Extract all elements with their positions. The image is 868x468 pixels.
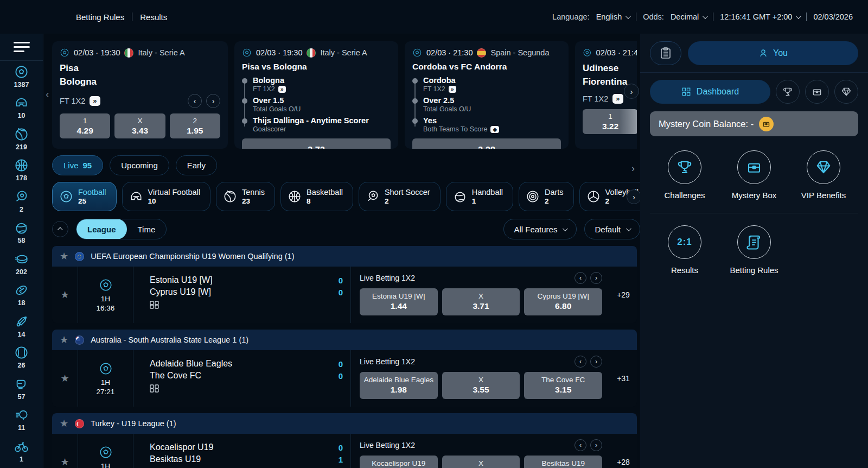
odds-button-away[interactable]: The Cove FC3.15 — [524, 372, 602, 399]
shortcut-mystery-box[interactable]: Mystery Box — [719, 150, 789, 200]
tab-challenges[interactable] — [776, 80, 800, 104]
language-select[interactable]: English — [596, 12, 630, 21]
sidebar-item-cycling[interactable]: 1 — [0, 435, 43, 467]
sport-tab-virtual-football[interactable]: Virtual Football10 — [122, 182, 210, 211]
tab-mystery-box[interactable] — [805, 80, 829, 104]
sports-scroll-right-button[interactable]: › — [627, 189, 640, 204]
league-header-uefa-u19w[interactable]: ★ UEFA European Championship U19 Women Q… — [52, 246, 637, 267]
betbuilder-odds-button[interactable]: 3.73 — [242, 138, 391, 149]
teams-cell[interactable]: Adelaide Blue Eagles0 The Cove FC0 — [133, 350, 350, 407]
odds-button-away[interactable]: 2 1.95 — [170, 113, 220, 138]
more-markets-link[interactable]: +28 — [610, 434, 637, 468]
sport-tab-tennis[interactable]: Tennis23 — [216, 182, 275, 211]
star-icon[interactable]: ★ — [60, 456, 69, 468]
darts-icon — [526, 189, 540, 204]
next-market-button[interactable]: › — [590, 272, 602, 284]
sidebar-item-baseball[interactable]: 26 — [0, 342, 43, 374]
odds-format-select[interactable]: Decimal — [671, 12, 706, 21]
next-market-button[interactable]: › — [590, 356, 602, 368]
next-market-button[interactable]: › — [206, 94, 220, 108]
more-markets-link[interactable]: +31 — [610, 350, 637, 407]
shortcut-results[interactable]: 2:1 Results — [650, 225, 719, 275]
odds-button-home[interactable]: 1 4.29 — [60, 113, 110, 138]
next-market-button[interactable]: › — [590, 439, 602, 451]
betting-rules-link[interactable]: Betting Rules — [76, 12, 124, 22]
timezone-select[interactable]: 12:16:41 GMT +2:00 — [720, 12, 800, 21]
filter-upcoming[interactable]: Upcoming — [110, 155, 169, 175]
shortcut-vip-benefits[interactable]: VIP Benefits — [789, 150, 858, 200]
more-markets-link[interactable]: +29 — [610, 267, 637, 323]
you-button[interactable]: You — [688, 41, 858, 65]
match-row-kocaelispor-besiktas[interactable]: ★ 1H 17:20 Kocaelispor U190 Besiktas U19… — [52, 434, 637, 468]
sport-tab-short-soccer[interactable]: Short Soccer2 — [359, 182, 441, 211]
odds-button-home[interactable]: Kocaelispor U195.60 — [360, 456, 438, 468]
tab-dashboard[interactable]: Dashboard — [650, 80, 770, 104]
odds-button-home[interactable]: 1 3.22 — [583, 109, 637, 134]
teams-cell[interactable]: Estonia U19 [W]0 Cyprus U19 [W]0 — [133, 267, 350, 323]
sidebar-item-tennis[interactable]: 219 — [0, 123, 43, 155]
odds-button-draw[interactable]: X 3.43 — [114, 113, 165, 138]
star-icon[interactable]: ★ — [60, 250, 68, 262]
prev-market-button[interactable]: ‹ — [575, 272, 586, 284]
sidebar-item-rugby[interactable]: 18 — [0, 280, 43, 311]
odds-button-draw[interactable]: X4.34 — [442, 456, 520, 468]
stats-icon[interactable] — [150, 384, 159, 393]
star-icon[interactable]: ★ — [60, 289, 69, 301]
star-icon[interactable]: ★ — [60, 334, 68, 346]
featured-card-pisa-bologna[interactable]: 02/03 · 19:30 Italy - Serie A Pisa Bolog… — [52, 41, 228, 149]
featured-betbuilder-cordoba-andorra[interactable]: 02/03 · 21:30 Spain - Segunda Cordoba vs… — [405, 41, 569, 149]
sidebar-item-virtual-football[interactable]: 10 — [0, 92, 43, 124]
sidebar-item-handball[interactable]: 58 — [0, 217, 43, 249]
sport-tab-handball[interactable]: Handball1 — [446, 182, 513, 211]
tab-vip-benefits[interactable] — [834, 80, 858, 104]
odds-button-home[interactable]: Adelaide Blue Eagles1.98 — [360, 372, 438, 399]
prev-market-button[interactable]: ‹ — [575, 356, 586, 368]
stats-icon[interactable] — [150, 301, 159, 309]
match-row-adelaide-cove[interactable]: ★ 1H 27:21 Adelaide Blue Eagles0 The Cov… — [52, 350, 637, 407]
betslip-icon — [660, 47, 671, 59]
all-features-dropdown[interactable]: All Features — [503, 219, 577, 239]
odds-button-draw[interactable]: X3.71 — [442, 288, 520, 315]
odds-button-home[interactable]: Estonia U19 [W]1.44 — [360, 288, 438, 315]
panel-collapse-handle[interactable]: › — [631, 163, 635, 174]
sport-tab-football[interactable]: Football25 — [52, 182, 117, 211]
collapse-all-button[interactable] — [52, 221, 68, 237]
filter-early[interactable]: Early — [176, 155, 217, 175]
shortcut-betting-rules[interactable]: Betting Rules — [719, 225, 789, 275]
odds-button-away[interactable]: Besiktas U191.42 — [524, 456, 602, 468]
sidebar-item-boxing[interactable]: 57 — [0, 373, 43, 404]
volleyball-icon — [586, 189, 601, 204]
sport-tab-darts[interactable]: Darts2 — [519, 182, 574, 211]
odds-button-away[interactable]: Cyprus U19 [W]6.80 — [524, 288, 602, 315]
prev-market-button[interactable]: ‹ — [575, 439, 586, 451]
featured-betbuilder-pisa-bologna[interactable]: 02/03 · 19:30 Italy - Serie A Pisa vs Bo… — [234, 41, 398, 149]
teams-cell[interactable]: Kocaelispor U190 Besiktas U191 — [133, 434, 350, 468]
sort-dropdown[interactable]: Default — [584, 219, 640, 239]
sidebar-item-ice-hockey[interactable]: 202 — [0, 248, 43, 280]
league-header-australia-sa[interactable]: ★ Australia - South Australia State Leag… — [52, 330, 637, 350]
match-row-estonia-cyprus[interactable]: ★ 1H 16:36 Estonia U19 [W]0 Cyprus U19 [… — [52, 267, 637, 323]
sidebar-item-short-soccer[interactable]: 2 — [0, 186, 43, 217]
sidebar-item-badminton[interactable]: 14 — [0, 311, 43, 342]
betbuilder-odds-button[interactable]: 3.28 — [412, 138, 561, 149]
carousel-prev-button[interactable]: ‹ — [46, 88, 49, 100]
star-icon[interactable]: ★ — [60, 418, 68, 429]
shortcut-challenges[interactable]: Challenges — [650, 150, 719, 200]
prev-market-button[interactable]: ‹ — [188, 94, 202, 108]
sidebar-item-basketball[interactable]: 178 — [0, 155, 43, 186]
sidebar-item-table-tennis[interactable]: 11 — [0, 404, 43, 436]
view-tab-time[interactable]: Time — [127, 219, 167, 239]
mystery-box-icon — [746, 159, 762, 175]
view-tab-league[interactable]: League — [76, 219, 127, 239]
league-header-turkey-u19[interactable]: ★ Turkey - U19 League (1) — [52, 413, 637, 434]
sidebar-item-football[interactable]: 1387 — [0, 61, 43, 92]
betbuilder-leg: Thijs Dallinga - Anytime Scorer Goalscor… — [253, 116, 391, 133]
carousel-next-button[interactable]: › — [624, 84, 639, 99]
results-link[interactable]: Results — [140, 12, 167, 22]
star-icon[interactable]: ★ — [60, 372, 69, 384]
odds-button-draw[interactable]: X3.55 — [442, 372, 520, 399]
betslip-button[interactable] — [650, 41, 681, 65]
menu-button[interactable] — [0, 34, 43, 61]
filter-live[interactable]: Live 95 — [52, 155, 103, 175]
sport-tab-basketball[interactable]: Basketball8 — [280, 182, 353, 211]
